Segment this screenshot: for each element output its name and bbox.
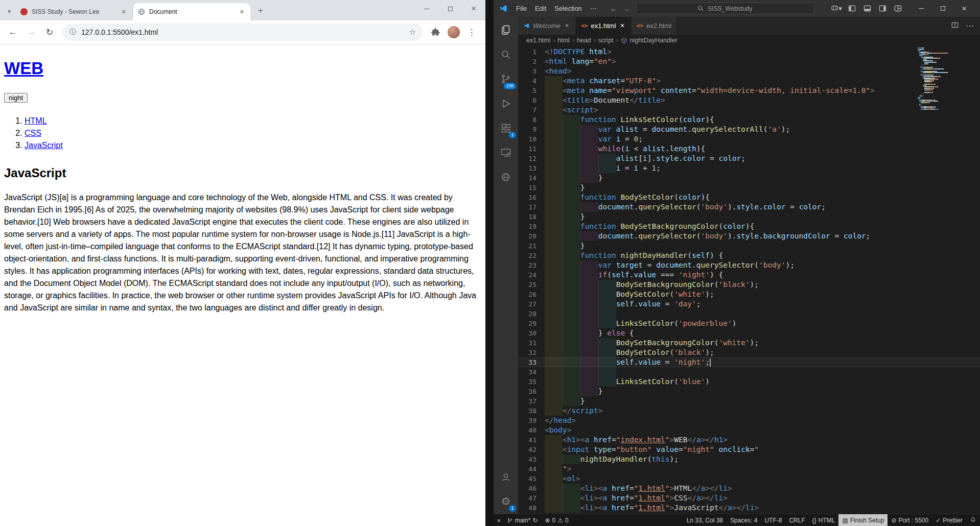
split-editor-icon[interactable] bbox=[951, 21, 959, 31]
site-info-icon[interactable]: ⓘ bbox=[69, 28, 76, 37]
code-line[interactable]: 32BodySetColor('black'); bbox=[518, 348, 980, 357]
minimize-button[interactable] bbox=[415, 0, 438, 17]
tab-close-icon[interactable]: ✕ bbox=[238, 8, 246, 16]
eol-status[interactable]: CRLF bbox=[785, 514, 808, 526]
code-line[interactable]: 45<ol> bbox=[518, 474, 980, 484]
breadcrumb-file[interactable]: ex1.html bbox=[526, 37, 550, 44]
copilot-icon[interactable]: ▾ bbox=[830, 2, 843, 15]
minimap[interactable] bbox=[918, 47, 973, 110]
breadcrumb-symbol[interactable]: nightDayHandler bbox=[630, 37, 678, 44]
source-control-icon[interactable]: 10K bbox=[494, 67, 518, 91]
code-line[interactable]: 8function LinksSetColor(color){ bbox=[518, 115, 980, 125]
code-line[interactable]: 24if(self.value === 'night') { bbox=[518, 270, 980, 280]
code-line[interactable]: 20document.querySelector('body').style.b… bbox=[518, 231, 980, 241]
remote-explorer-icon[interactable] bbox=[494, 140, 518, 165]
code-line[interactable]: 10var i = 0; bbox=[518, 134, 980, 144]
code-line[interactable]: 46<li><a href="1.html">HTML</a></li> bbox=[518, 484, 980, 493]
code-line[interactable]: 19function BodySetBackgroungColor(color)… bbox=[518, 222, 980, 231]
code-line[interactable]: 36} bbox=[518, 387, 980, 396]
code-line[interactable]: 6<title>Document</title> bbox=[518, 95, 980, 105]
code-line[interactable]: 39</head> bbox=[518, 416, 980, 425]
browser-tab-document[interactable]: Document ✕ bbox=[133, 3, 250, 20]
url-text[interactable]: 127.0.0.1:5500/ex1.html bbox=[81, 28, 404, 36]
code-line[interactable]: 5<meta name="viewport" content="width=de… bbox=[518, 86, 980, 95]
tab-ex2[interactable]: <> ex2.html bbox=[632, 17, 677, 35]
close-button[interactable]: ✕ bbox=[462, 0, 485, 17]
menu-file[interactable]: File bbox=[512, 3, 531, 14]
breadcrumb-script[interactable]: script bbox=[598, 37, 614, 44]
code-line[interactable]: 7<script> bbox=[518, 105, 980, 115]
code-line[interactable]: 42<input type="button" value="night" onc… bbox=[518, 445, 980, 455]
code-line[interactable]: 29LinksSetColor('powderblue') bbox=[518, 319, 980, 328]
command-center-search[interactable]: SISS_Webstudy bbox=[636, 3, 814, 14]
sync-icon[interactable]: ↻ bbox=[532, 517, 538, 524]
page-link[interactable]: HTML bbox=[25, 116, 47, 125]
extensions-icon[interactable]: 1 bbox=[494, 116, 518, 140]
live-server-port-status[interactable]: ⊘ Port : 5500 bbox=[888, 514, 932, 526]
notifications-bell[interactable] bbox=[966, 514, 980, 526]
code-line[interactable]: 15} bbox=[518, 183, 980, 193]
code-line[interactable]: 4<meta charset="UTF-8"> bbox=[518, 76, 980, 86]
code-line[interactable]: 27self.value = 'day'; bbox=[518, 299, 980, 309]
code-line[interactable]: 41<h1><a href="index.html">WEB</a></h1> bbox=[518, 435, 980, 445]
back-icon[interactable]: ← bbox=[4, 23, 21, 41]
maximize-button[interactable] bbox=[932, 0, 953, 17]
menu-edit[interactable]: Edit bbox=[531, 3, 550, 14]
code-line[interactable]: 25BodySetBackgroungColor('black'); bbox=[518, 280, 980, 290]
code-line[interactable]: 48<li><a href="1.html">JavaScript</a></l… bbox=[518, 503, 980, 513]
code-line[interactable]: 14} bbox=[518, 173, 980, 183]
code-line[interactable]: 22function nightDayHandler(self) { bbox=[518, 251, 980, 260]
maximize-button[interactable] bbox=[438, 0, 462, 17]
page-link[interactable]: CSS bbox=[25, 129, 41, 137]
settings-gear-icon[interactable]: ⚙ 1 bbox=[494, 489, 518, 514]
code-line[interactable]: 11while(i < alist.length){ bbox=[518, 144, 980, 154]
page-link[interactable]: JavaScript bbox=[25, 141, 63, 150]
tab-ex1[interactable]: <> ex1.html ✕ bbox=[576, 17, 632, 35]
forward-icon[interactable]: → bbox=[22, 23, 40, 41]
code-line[interactable]: 18} bbox=[518, 212, 980, 222]
indentation-status[interactable]: Spaces: 4 bbox=[727, 514, 761, 526]
code-line[interactable]: 30} else { bbox=[518, 328, 980, 338]
code-line[interactable]: 35LinksSetColor('blue') bbox=[518, 377, 980, 387]
code-line[interactable]: 1<!DOCTYPE html> bbox=[518, 47, 980, 57]
web-heading-link[interactable]: WEB bbox=[4, 59, 43, 78]
minimize-button[interactable] bbox=[911, 0, 932, 17]
code-editor[interactable]: 1<!DOCTYPE html>2<html lang="en">3<head>… bbox=[518, 46, 980, 514]
profile-avatar[interactable] bbox=[448, 26, 460, 38]
search-icon[interactable] bbox=[494, 42, 518, 67]
prettier-status[interactable]: ✓ Prettier bbox=[932, 514, 966, 526]
account-icon[interactable] bbox=[494, 465, 518, 489]
customize-layout-icon[interactable] bbox=[891, 2, 904, 15]
address-bar[interactable]: ⓘ 127.0.0.1:5500/ex1.html ☆ bbox=[62, 23, 423, 41]
problems-status[interactable]: ⊗0 ⚠0 bbox=[541, 514, 572, 526]
extensions-puzzle-icon[interactable] bbox=[427, 23, 445, 41]
code-line[interactable]: 3<head> bbox=[518, 66, 980, 76]
code-line[interactable]: 2<html lang="en"> bbox=[518, 57, 980, 66]
remote-indicator[interactable]: ›‹ bbox=[494, 514, 503, 526]
toggle-secondary-sidebar-icon[interactable] bbox=[876, 2, 889, 15]
breadcrumb-head[interactable]: head bbox=[577, 37, 591, 44]
live-preview-globe-icon[interactable] bbox=[494, 165, 518, 189]
cursor-position-status[interactable]: Ln 33, Col 38 bbox=[683, 514, 727, 526]
code-line[interactable]: 37} bbox=[518, 396, 980, 406]
code-line[interactable]: 21} bbox=[518, 241, 980, 251]
browser-menu-icon[interactable]: ⋮ bbox=[463, 23, 480, 41]
bookmark-star-icon[interactable]: ☆ bbox=[409, 28, 416, 37]
run-debug-icon[interactable] bbox=[494, 91, 518, 116]
code-line[interactable]: 23var target = document.querySelector('b… bbox=[518, 260, 980, 270]
new-tab-button[interactable]: + bbox=[253, 4, 268, 18]
branch-status[interactable]: main* ↻ bbox=[503, 514, 542, 526]
nav-forward-icon[interactable]: → bbox=[622, 5, 629, 13]
more-actions-icon[interactable]: ⋯ bbox=[966, 21, 974, 31]
code-line[interactable]: 17document.querySelector('body').style.c… bbox=[518, 202, 980, 212]
refresh-icon[interactable]: ↻ bbox=[41, 23, 58, 41]
tab-search-chevron-icon[interactable]: ▾ bbox=[3, 4, 15, 18]
breadcrumb-html[interactable]: html bbox=[557, 37, 570, 44]
tab-close-icon[interactable]: ✕ bbox=[619, 22, 626, 29]
code-line[interactable]: 34 bbox=[518, 367, 980, 377]
browser-tab-siss[interactable]: SISS Study - Sewon Lee ✕ bbox=[15, 6, 133, 18]
code-line[interactable]: 43nightDayHandler(this); bbox=[518, 455, 980, 464]
tab-welcome[interactable]: Welcome ✕ bbox=[518, 17, 576, 35]
toggle-panel-icon[interactable] bbox=[860, 2, 874, 15]
close-button[interactable]: ✕ bbox=[953, 0, 975, 17]
